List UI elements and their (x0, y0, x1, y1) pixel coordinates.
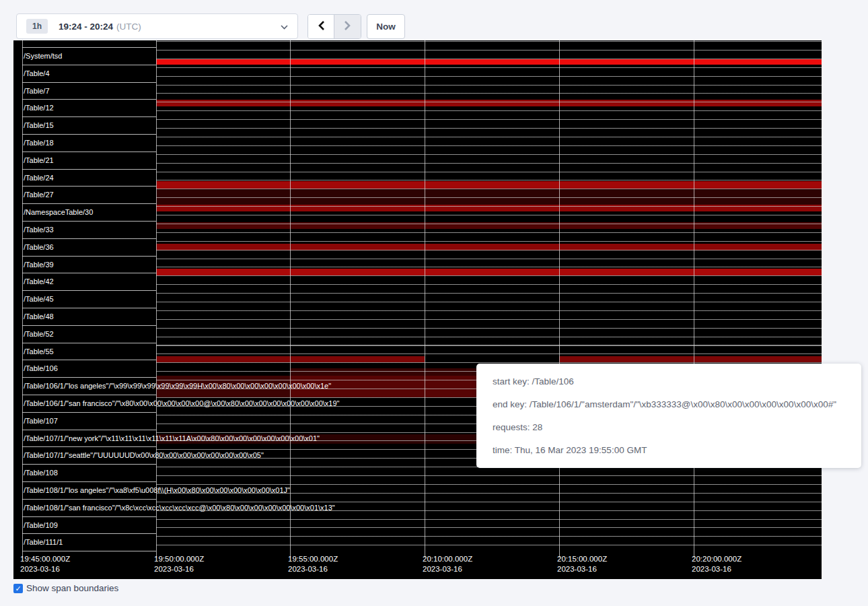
span-boundaries-checkbox[interactable]: ✓ (13, 584, 23, 593)
time-gridline (694, 40, 694, 558)
row-label: /Table/108/1/"san francisco"/"\x8c\xcc\x… (24, 499, 335, 516)
row-label: /Table/39 (24, 256, 54, 273)
row-label: /Table/111/1 (24, 533, 63, 551)
range-duration-badge: 1h (26, 19, 48, 34)
row-label: /Table/108/1/"los angeles"/"\xa8\xf5\u00… (24, 481, 290, 499)
row-label: /Table/7 (24, 82, 50, 100)
row-label: /Table/24 (24, 169, 54, 187)
row-label: /System/tsd (24, 47, 62, 65)
range-text: 19:24 - 20:24 (59, 22, 113, 32)
next-time-button[interactable] (334, 15, 361, 38)
row-label: /Table/18 (24, 134, 54, 152)
x-axis-label: 20:15:00.000Z2023-03-16 (557, 554, 607, 574)
row-label: /Table/106/1/"san francisco"/"\x80\x00\x… (24, 395, 340, 412)
time-nav-group (308, 14, 361, 39)
chevron-left-icon (318, 20, 325, 33)
time-range-select[interactable]: 1h 19:24 - 20:24 (UTC) (16, 13, 298, 39)
tooltip-end-key: end key: /Table/106/1/"amsterdam"/"\xb33… (493, 399, 845, 409)
tooltip-start-key: start key: /Table/106 (493, 376, 845, 386)
row-label: /Table/109 (24, 516, 58, 534)
time-gridline (22, 40, 23, 558)
row-label: /Table/106/1/"los angeles"/"\x99\x99\x99… (24, 377, 331, 395)
row-label: /Table/42 (24, 273, 54, 290)
row-label: /Table/48 (24, 308, 54, 325)
row-label: /Table/106 (24, 360, 58, 377)
chevron-right-icon (344, 20, 351, 33)
x-axis-label: 19:45:00.000Z2023-03-16 (20, 554, 70, 574)
row-label: /Table/107 (24, 412, 58, 430)
time-gridline (156, 40, 157, 558)
row-label: /Table/108 (24, 464, 58, 481)
row-label: /Table/4 (24, 65, 50, 82)
row-label: /Table/55 (24, 343, 54, 360)
now-button[interactable]: Now (367, 14, 405, 39)
tooltip-requests: requests: 28 (493, 422, 845, 432)
row-label: /NamespaceTable/30 (24, 203, 93, 221)
row-label: /Table/45 (24, 290, 54, 308)
time-gridline (290, 40, 291, 558)
row-label: /Table/107/1/"new york"/"\x11\x11\x11\x1… (24, 430, 320, 447)
row-label: /Table/21 (24, 152, 54, 169)
span-boundaries-label: Show span boundaries (26, 583, 118, 593)
time-gridline (559, 40, 560, 558)
row-label: /Table/27 (24, 186, 54, 203)
bucket-tooltip: start key: /Table/106 end key: /Table/10… (476, 364, 861, 468)
row-label: /Table/36 (24, 238, 54, 256)
x-axis-label: 19:55:00.000Z2023-03-16 (288, 554, 338, 574)
x-axis-label: 19:50:00.000Z2023-03-16 (154, 554, 204, 574)
footer: ✓ Show span boundaries (13, 583, 118, 593)
prev-time-button[interactable] (308, 15, 334, 38)
row-label: /Table/15 (24, 116, 54, 134)
range-timezone: (UTC) (116, 22, 141, 32)
key-visualizer-canvas[interactable]: /System/tsd/Table/4/Table/7/Table/12/Tab… (13, 40, 822, 579)
row-label: /Table/12 (24, 99, 54, 116)
chevron-down-icon (281, 20, 288, 32)
time-gridline (425, 40, 425, 558)
span-boundary-lines-right (156, 41, 822, 552)
row-label: /Table/52 (24, 325, 54, 343)
x-axis-label: 20:10:00.000Z2023-03-16 (423, 554, 472, 574)
x-axis-label: 20:20:00.000Z2023-03-16 (692, 554, 742, 574)
row-label: /Table/33 (24, 221, 54, 238)
tooltip-time: time: Thu, 16 Mar 2023 19:55:00 GMT (493, 445, 845, 455)
row-label: /Table/107/1/"seattle"/"UUUUUUD\x00\x80\… (24, 446, 264, 464)
